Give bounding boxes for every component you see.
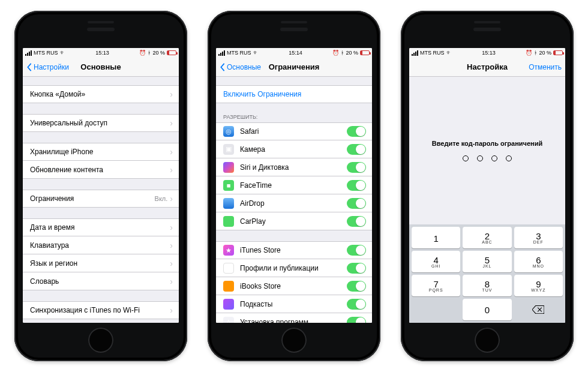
row-iphone-storage[interactable]: Хранилище iPhone ›	[23, 143, 179, 161]
screen: MTS RUS ᯤ 15:14 ⏰ ᚼ 20 % Основные Ограни…	[216, 48, 372, 323]
row-itunes-wifi-sync[interactable]: Синхронизация с iTunes по Wi-Fi ›	[23, 301, 179, 319]
key-1[interactable]: 1	[412, 227, 460, 248]
back-button[interactable]: Настройки	[26, 63, 69, 71]
key-3[interactable]: 3DEF	[514, 227, 563, 248]
camera-icon: ▣	[223, 144, 234, 155]
passcode-dots	[463, 155, 512, 161]
cell-signal-icon	[25, 50, 32, 56]
toggle-switch[interactable]	[347, 245, 366, 256]
key-0[interactable]: 0	[463, 299, 511, 320]
row-allow-camera[interactable]: ▣ Камера	[216, 140, 372, 158]
bluetooth-icon: ᚼ	[148, 50, 151, 56]
battery-icon	[360, 50, 370, 55]
toggle-switch[interactable]	[347, 263, 366, 274]
battery-pct: 20 %	[539, 50, 551, 56]
battery-pct: 20 %	[152, 50, 165, 56]
key-delete[interactable]	[514, 299, 563, 320]
toggle-switch[interactable]	[347, 216, 366, 227]
backspace-icon	[532, 305, 544, 314]
nav-bar: Настройки Основные	[23, 58, 179, 77]
row-home-button[interactable]: Кнопка «Домой» ›	[23, 85, 179, 103]
row-value: Вкл.	[155, 195, 168, 202]
key-9[interactable]: 9WXYZ	[514, 275, 563, 296]
row-allow-podcasts[interactable]: Подкасты	[216, 295, 372, 313]
chevron-right-icon: ›	[170, 194, 173, 203]
status-bar: MTS RUS ᯤ 15:14 ⏰ ᚼ 20 %	[216, 48, 372, 58]
wifi-icon: ᯤ	[60, 50, 65, 56]
toggle-switch[interactable]	[347, 144, 366, 155]
airdrop-icon	[223, 198, 234, 209]
battery-icon	[553, 50, 563, 55]
row-allow-itunes-store[interactable]: ★ iTunes Store	[216, 241, 372, 259]
key-8[interactable]: 8TUV	[463, 275, 511, 296]
bluetooth-icon: ᚼ	[534, 50, 537, 56]
passcode-dot	[491, 155, 497, 161]
bluetooth-icon: ᚼ	[341, 50, 344, 56]
row-restrictions[interactable]: Ограничения Вкл. ›	[23, 190, 179, 208]
carplay-icon	[223, 216, 234, 227]
row-allow-carplay[interactable]: CarPlay	[216, 212, 372, 230]
row-allow-airdrop[interactable]: AirDrop	[216, 194, 372, 212]
chevron-right-icon: ›	[170, 223, 173, 232]
toggle-switch[interactable]	[347, 299, 366, 310]
safari-icon: ◎	[223, 126, 234, 137]
row-dictionary[interactable]: Словарь ›	[23, 272, 179, 290]
key-blank	[412, 299, 460, 320]
battery-pct: 20 %	[346, 50, 358, 56]
siri-icon	[223, 162, 234, 173]
toggle-switch[interactable]	[347, 180, 366, 191]
chevron-right-icon: ›	[170, 119, 173, 127]
row-allow-siri[interactable]: Siri и Диктовка	[216, 158, 372, 176]
row-allow-safari[interactable]: ◎ Safari	[216, 122, 372, 140]
battery-icon	[167, 50, 176, 55]
toggle-switch[interactable]	[347, 162, 366, 173]
toggle-switch[interactable]	[347, 281, 366, 292]
podcasts-icon	[223, 299, 234, 310]
restrictions-list[interactable]: Включить Ограничения РАЗРЕШИТЬ: ◎ Safari…	[216, 77, 372, 323]
music-profiles-icon: ♪	[223, 263, 234, 274]
row-language-region[interactable]: Язык и регион ›	[23, 254, 179, 272]
wifi-icon: ᯤ	[253, 50, 259, 56]
row-allow-install-apps[interactable]: A Установка программ	[216, 313, 372, 323]
key-6[interactable]: 6MNO	[514, 251, 563, 272]
key-4[interactable]: 4GHI	[412, 251, 460, 272]
back-button[interactable]: Основные	[220, 63, 261, 71]
key-7[interactable]: 7PQRS	[412, 275, 460, 296]
row-accessibility[interactable]: Универсальный доступ ›	[23, 114, 179, 132]
toggle-switch[interactable]	[347, 126, 366, 137]
status-bar: MTS RUS ᯤ 15:13 ⏰ ᚼ 20 %	[409, 48, 565, 58]
chevron-right-icon: ›	[170, 306, 173, 314]
nav-bar: Основные Ограничения	[216, 58, 372, 77]
phone-restrictions: MTS RUS ᯤ 15:14 ⏰ ᚼ 20 % Основные Ограни…	[208, 11, 380, 361]
row-enable-restrictions[interactable]: Включить Ограничения	[216, 85, 372, 103]
passcode-prompt: Введите код-пароль ограничений	[432, 140, 543, 147]
chevron-left-icon	[220, 63, 226, 71]
key-2[interactable]: 2ABC	[463, 227, 511, 248]
chevron-left-icon	[26, 63, 32, 71]
itunes-store-icon: ★	[223, 245, 234, 256]
passcode-dot	[463, 155, 469, 161]
screen: MTS RUS ᯤ 15:13 ⏰ ᚼ 20 % Настройка Отмен…	[409, 48, 565, 323]
chevron-right-icon: ›	[170, 166, 173, 174]
status-time: 15:13	[95, 50, 109, 56]
carrier-label: MTS RUS	[34, 50, 58, 56]
row-date-time[interactable]: Дата и время ›	[23, 218, 179, 236]
row-allow-facetime[interactable]: ■ FaceTime	[216, 176, 372, 194]
ibooks-icon	[223, 281, 234, 292]
row-allow-profiles[interactable]: ♪ Профили и публикации	[216, 259, 372, 277]
phone-passcode-entry: MTS RUS ᯤ 15:13 ⏰ ᚼ 20 % Настройка Отмен…	[401, 11, 574, 361]
key-5[interactable]: 5JKL	[463, 251, 511, 272]
toggle-switch[interactable]	[347, 198, 366, 209]
chevron-right-icon: ›	[170, 259, 173, 268]
settings-list[interactable]: Кнопка «Домой» › Универсальный доступ › …	[23, 77, 179, 323]
alarm-icon: ⏰	[139, 50, 146, 56]
row-keyboard[interactable]: Клавиатура ›	[23, 236, 179, 254]
status-bar: MTS RUS ᯤ 15:13 ⏰ ᚼ 20 %	[23, 48, 179, 58]
cancel-button[interactable]: Отменить	[529, 63, 562, 71]
facetime-icon: ■	[223, 180, 234, 191]
row-background-refresh[interactable]: Обновление контента ›	[23, 161, 179, 179]
toggle-switch[interactable]	[347, 317, 366, 323]
alarm-icon: ⏰	[332, 50, 339, 56]
nav-bar: Настройка Отменить	[409, 58, 565, 77]
row-allow-ibooks-store[interactable]: iBooks Store	[216, 277, 372, 295]
